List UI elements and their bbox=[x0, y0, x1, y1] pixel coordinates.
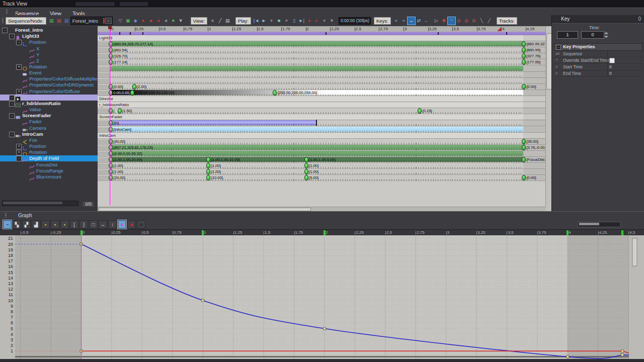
graph-plot-area[interactable]: 212019181716151413121110987654321 bbox=[0, 235, 644, 359]
stop-options-dropdown[interactable]: ▾ bbox=[283, 17, 290, 25]
fit-vertical-button[interactable]: ↕ bbox=[108, 220, 117, 229]
sound-mute-button[interactable]: ◄ bbox=[162, 17, 170, 25]
scrollbar-thumb[interactable] bbox=[99, 208, 311, 211]
select-mode-button[interactable]: ▷ bbox=[433, 17, 440, 25]
new-sequence-button[interactable]: ▤ bbox=[48, 17, 55, 25]
sequence-name-field[interactable]: Forest_intro ÷ bbox=[70, 17, 113, 25]
spinner-up-icon[interactable] bbox=[604, 32, 608, 34]
break-tangents-button[interactable]: ▪ bbox=[51, 220, 59, 229]
property-row-sequence[interactable]: abSequence bbox=[554, 51, 642, 57]
tree-item-x[interactable]: X bbox=[0, 46, 98, 52]
tree-item-position[interactable]: +Position bbox=[0, 143, 98, 149]
tree-item-light33[interactable]: -Light33 bbox=[0, 33, 98, 39]
timeline-horizontal-scrollbar[interactable] bbox=[98, 207, 546, 211]
collapse-icon[interactable]: - bbox=[9, 95, 15, 101]
toggle-edit-button[interactable]: ◆ bbox=[132, 17, 139, 25]
track-row-position[interactable]: {860.54,326.70,177.14}{860.99,327.7 bbox=[98, 41, 546, 47]
collapse-icon[interactable]: - bbox=[2, 28, 8, 33]
collapse-icon[interactable]: - bbox=[9, 113, 15, 119]
track-row-diffuse[interactable]: 0.00,0.00,0{150.00,150.00,150.00}{255.00… bbox=[98, 90, 546, 96]
slide-keys-button[interactable]: ⇄ bbox=[415, 17, 423, 25]
track-color-stub[interactable] bbox=[98, 72, 110, 77]
stop-button[interactable]: ■ bbox=[275, 17, 283, 25]
next-key-button[interactable]: » bbox=[400, 17, 408, 25]
add-node-button[interactable]: ▽ bbox=[117, 17, 124, 25]
track-row-focusrange[interactable]: {1.00}{1.00}{1.00} bbox=[98, 169, 546, 175]
keyframe-marker[interactable] bbox=[132, 84, 136, 89]
ease-out-button[interactable]: ╱ bbox=[486, 17, 493, 25]
collapse-icon[interactable]: - bbox=[16, 40, 22, 45]
dopesheet-timeline[interactable]: 00,250,50,7511,251,51,7522,252,52,7533,2… bbox=[98, 26, 551, 211]
tree-item-fader[interactable]: Fader bbox=[0, 119, 98, 125]
collapse-icon[interactable]: - bbox=[556, 45, 561, 50]
go-to-end-button[interactable]: ►| bbox=[298, 17, 305, 25]
pause-button[interactable]: ▯ bbox=[290, 17, 298, 25]
view-both-button[interactable]: ▤ bbox=[224, 17, 231, 25]
expand-icon[interactable]: + bbox=[16, 89, 22, 95]
track-group-header-screenfader[interactable]: ScreenFader bbox=[98, 114, 546, 120]
record-button[interactable]: ● bbox=[305, 17, 313, 25]
unify-tangents-button[interactable]: ▪ bbox=[41, 220, 50, 229]
override-times-checkbox[interactable] bbox=[609, 58, 615, 63]
record-options-dropdown[interactable]: ▾ bbox=[320, 17, 328, 25]
tree-item-depth-of-field[interactable]: -Depth of Field bbox=[0, 155, 98, 161]
track-row-rotation[interactable] bbox=[98, 66, 546, 72]
keyframe-marker[interactable] bbox=[304, 157, 308, 162]
play-options-dropdown[interactable]: ▾ bbox=[268, 17, 275, 25]
property-row-override-start-end-times[interactable]: ?Override Start/End Times bbox=[554, 57, 642, 64]
expand-icon[interactable]: + bbox=[16, 150, 22, 155]
keyframe-marker[interactable] bbox=[304, 169, 308, 174]
scrollbar-thumb[interactable] bbox=[3, 202, 62, 204]
tree-item-fov[interactable]: Fov bbox=[0, 137, 98, 143]
tree-horizontal-scrollbar[interactable] bbox=[2, 201, 78, 206]
scale-keys-button[interactable]: ↔ bbox=[423, 17, 430, 25]
track-color-stub[interactable] bbox=[98, 78, 110, 83]
scrollbar-thumb[interactable] bbox=[546, 33, 551, 89]
duplicate-sequence-button[interactable]: ▤ bbox=[63, 17, 70, 25]
move-keys-button[interactable]: ↔ bbox=[408, 17, 415, 25]
tree-item-y[interactable]: Y bbox=[0, 52, 98, 58]
magnet-snap-button[interactable]: * bbox=[448, 17, 455, 25]
key-frame-field[interactable]: 1 bbox=[557, 31, 578, 39]
track-row-bluramount[interactable]: {20.00}{10.00}{5.00}{0.00} bbox=[98, 175, 546, 181]
tangent-in-button[interactable]: ▚ bbox=[13, 220, 21, 229]
curves-mode-button[interactable]: ~ bbox=[3, 220, 12, 229]
prev-key-button[interactable]: « bbox=[392, 17, 400, 25]
timeline-playhead[interactable] bbox=[110, 26, 110, 205]
track-group-header-introcam[interactable]: IntroCam bbox=[98, 133, 546, 139]
snap-tick-button[interactable]: Ω bbox=[463, 17, 470, 25]
view-curves-button[interactable]: ╱ bbox=[216, 17, 224, 25]
track-color-stub[interactable] bbox=[98, 66, 110, 71]
delete-keys-button[interactable]: ✖ bbox=[440, 17, 448, 25]
tangent-out-button[interactable]: ▟ bbox=[32, 220, 40, 229]
keyframe-marker[interactable] bbox=[304, 175, 308, 180]
delete-sequence-button[interactable]: ▤ bbox=[55, 17, 63, 25]
title-bar[interactable]: Track View bbox=[0, 0, 644, 8]
timeline-vertical-scrollbar[interactable] bbox=[545, 26, 551, 211]
flatten-tangents-button[interactable]: ▪ bbox=[60, 220, 69, 229]
playhead-knob-icon[interactable] bbox=[108, 26, 112, 29]
track-row-depth-of-field[interactable]: {1.00,1.00,20.00}{1.00,1.00,10.00}{1.00,… bbox=[98, 157, 546, 163]
go-to-start-button[interactable]: |◄ bbox=[253, 17, 260, 25]
track-row-focusdist[interactable]: {1.00}{1.00}{1.00} bbox=[98, 163, 546, 169]
keyframe-time-marker[interactable] bbox=[567, 230, 569, 235]
collapse-icon[interactable]: - bbox=[9, 34, 15, 39]
property-row-end-time[interactable]: nEnd Time0 bbox=[554, 70, 642, 77]
property-row-start-time[interactable]: nStart Time0 bbox=[554, 64, 642, 70]
unified-key-color-button[interactable]: ● bbox=[118, 220, 126, 229]
director-cut-marker[interactable] bbox=[130, 32, 131, 35]
link-nodes-button[interactable]: ★ bbox=[170, 17, 177, 25]
play-button[interactable]: ► bbox=[260, 17, 268, 25]
track-row-hdr-dynamic[interactable] bbox=[98, 78, 546, 84]
tree-item-properties-color-diffusemultiplier[interactable]: Properties/Color/DiffuseMultiplier bbox=[0, 76, 98, 82]
snap-second-button[interactable]: Ω bbox=[470, 17, 478, 25]
property-value[interactable]: 0 bbox=[609, 64, 612, 69]
tree-item-rotation[interactable]: +Rotation bbox=[0, 64, 98, 70]
keyframe-time-marker[interactable] bbox=[80, 230, 83, 235]
collapse-icon[interactable]: - bbox=[9, 132, 15, 137]
add-track-button[interactable]: ▣ bbox=[124, 17, 132, 25]
collapse-icon[interactable]: - bbox=[9, 101, 15, 107]
track-row-position-x[interactable]: {860.54}{860.99} bbox=[98, 47, 546, 53]
collapse-icon[interactable]: - bbox=[16, 156, 22, 161]
loop-button[interactable]: ▼ bbox=[328, 17, 336, 25]
